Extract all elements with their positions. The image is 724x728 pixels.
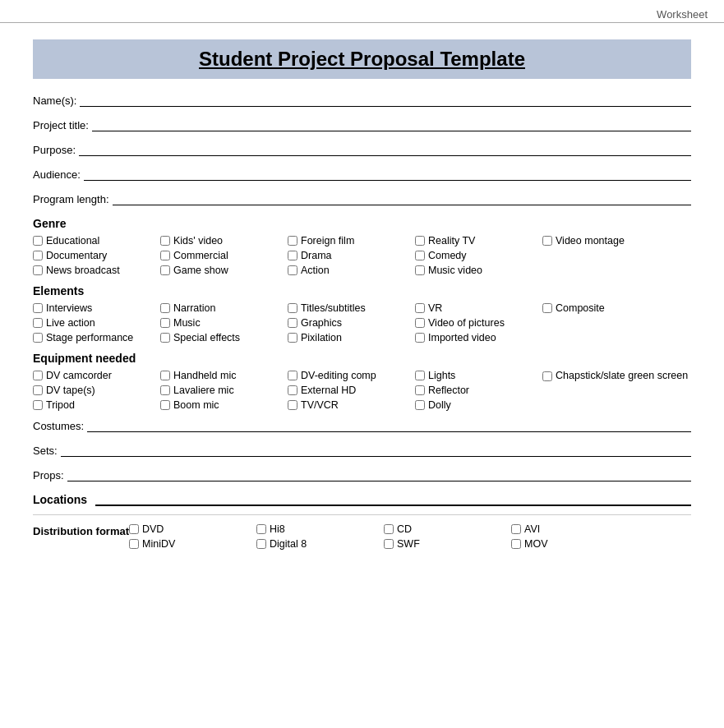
checkbox-dvd-label: DVD [142, 523, 164, 535]
sets-line[interactable] [61, 444, 691, 457]
checkbox-cd-input[interactable] [384, 524, 394, 534]
checkbox-action-input[interactable] [288, 265, 297, 275]
checkbox-special-effects-input[interactable] [160, 333, 170, 343]
checkbox-pixilation: Pixilation [288, 332, 415, 343]
checkbox-stage-performance-input[interactable] [33, 333, 43, 343]
checkbox-documentary-input[interactable] [33, 251, 43, 260]
checkbox-commercial-input[interactable] [160, 251, 170, 260]
checkbox-comedy-input[interactable] [415, 251, 425, 260]
audience-line[interactable] [84, 168, 691, 181]
distribution-cols: DVD MiniDV Hi8 Digital 8 [129, 523, 691, 550]
checkbox-tripod-label: Tripod [46, 399, 75, 411]
divider [33, 514, 691, 515]
checkbox-reflector-input[interactable] [415, 385, 425, 395]
checkbox-boom-mic-input[interactable] [160, 400, 170, 410]
checkbox-reflector-label: Reflector [428, 385, 469, 396]
props-line[interactable] [67, 468, 691, 481]
checkbox-live-action-input[interactable] [33, 318, 43, 328]
genre-title: Genre [33, 217, 691, 230]
equipment-col-2: Handheld mic Lavaliere mic Boom mic [160, 370, 288, 411]
checkbox-swf-input[interactable] [384, 539, 394, 549]
checkbox-foreign-film-input[interactable] [288, 236, 297, 246]
locations-line[interactable] [95, 493, 691, 506]
checkbox-imported-video-input[interactable] [415, 333, 425, 343]
checkbox-hi8-input[interactable] [256, 524, 266, 534]
names-field-row: Name(s): [33, 94, 691, 107]
checkbox-video-of-pictures-label: Video of pictures [428, 317, 505, 329]
purpose-line[interactable] [79, 143, 691, 156]
costumes-line[interactable] [87, 419, 691, 432]
checkbox-dv-camcorder-input[interactable] [33, 371, 43, 380]
equipment-grid: DV camcorder DV tape(s) Tripod Handheld … [33, 370, 691, 411]
checkbox-hi8: Hi8 [256, 523, 384, 535]
names-line[interactable] [80, 94, 691, 107]
checkbox-kids-video-label: Kids' video [173, 235, 223, 247]
checkbox-titles-subtitles-label: Titles/subtitles [301, 302, 366, 314]
project-title-field-row: Project title: [33, 118, 691, 131]
checkbox-imported-video-label: Imported video [428, 332, 496, 343]
elements-col-3: Titles/subtitles Graphics Pixilation [288, 302, 415, 343]
checkbox-external-hd-label: External HD [301, 385, 356, 396]
checkbox-video-of-pictures-input[interactable] [415, 318, 425, 328]
checkbox-tv-vcr-input[interactable] [288, 400, 297, 410]
costumes-field-row: Costumes: [33, 419, 691, 432]
checkbox-titles-subtitles: Titles/subtitles [288, 302, 415, 314]
sets-field-row: Sets: [33, 444, 691, 457]
audience-field-row: Audience: [33, 168, 691, 181]
checkbox-digital8-input[interactable] [256, 539, 266, 549]
audience-label: Audience: [33, 168, 81, 181]
elements-grid: Interviews Live action Stage performance… [33, 302, 691, 343]
checkbox-lavaliere-mic-input[interactable] [160, 385, 170, 395]
checkbox-music-label: Music [173, 317, 201, 329]
costumes-label: Costumes: [33, 420, 84, 432]
checkbox-video-montage-input[interactable] [542, 236, 552, 246]
checkbox-composite-input[interactable] [542, 303, 552, 313]
checkbox-kids-video-input[interactable] [160, 236, 170, 246]
checkbox-handheld-mic-input[interactable] [160, 371, 170, 380]
checkbox-dvd-input[interactable] [129, 524, 139, 534]
checkbox-hi8-label: Hi8 [270, 523, 285, 535]
checkbox-reality-tv-input[interactable] [415, 236, 425, 246]
project-title-line[interactable] [92, 118, 691, 131]
checkbox-news-broadcast-input[interactable] [33, 265, 43, 275]
checkbox-reflector: Reflector [415, 385, 542, 396]
checkbox-dv-tapes-input[interactable] [33, 385, 43, 395]
checkbox-live-action: Live action [33, 317, 160, 329]
checkbox-dv-editing-input[interactable] [288, 371, 297, 380]
checkbox-lights-input[interactable] [415, 371, 425, 380]
checkbox-educational: Educational [33, 235, 160, 247]
checkbox-avi-input[interactable] [511, 524, 521, 534]
checkbox-music-input[interactable] [160, 318, 170, 328]
checkbox-pixilation-input[interactable] [288, 333, 297, 343]
checkbox-mov-input[interactable] [511, 539, 521, 549]
checkbox-mov: MOV [511, 538, 639, 550]
checkbox-interviews-input[interactable] [33, 303, 43, 313]
checkbox-foreign-film-label: Foreign film [301, 235, 354, 247]
elements-col-2: Narration Music Special effects [160, 302, 288, 343]
genre-col-2: Kids' video Commercial Game show [160, 235, 288, 276]
checkbox-music-video-input[interactable] [415, 265, 425, 275]
elements-col-1: Interviews Live action Stage performance [33, 302, 160, 343]
checkbox-narration-input[interactable] [160, 303, 170, 313]
checkbox-documentary: Documentary [33, 250, 160, 261]
checkbox-kids-video: Kids' video [160, 235, 288, 247]
program-length-line[interactable] [113, 192, 692, 205]
checkbox-dolly-input[interactable] [415, 400, 425, 410]
elements-section: Elements Interviews Live action Stage pe… [33, 284, 691, 343]
checkbox-digital8-label: Digital 8 [270, 538, 307, 550]
genre-grid: Educational Documentary News broadcast K… [33, 235, 691, 276]
checkbox-graphics-input[interactable] [288, 318, 297, 328]
checkbox-vr-input[interactable] [415, 303, 425, 313]
checkbox-titles-subtitles-input[interactable] [288, 303, 297, 313]
checkbox-educational-input[interactable] [33, 236, 43, 246]
checkbox-external-hd-input[interactable] [288, 385, 297, 395]
checkbox-game-show-input[interactable] [160, 265, 170, 275]
checkbox-minidv-input[interactable] [129, 539, 139, 549]
locations-row: Locations [33, 493, 691, 506]
checkbox-minidv-label: MiniDV [142, 538, 175, 550]
checkbox-chapstick-input[interactable] [542, 371, 552, 381]
elements-col-5: Composite [542, 302, 670, 343]
checkbox-tripod-input[interactable] [33, 400, 43, 410]
program-length-label: Program length: [33, 193, 109, 205]
checkbox-drama-input[interactable] [288, 251, 297, 260]
